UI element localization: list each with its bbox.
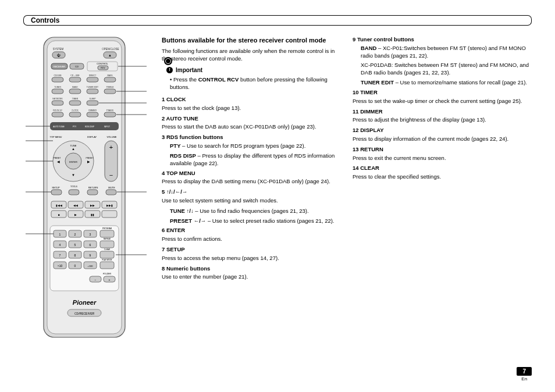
svg-text:⏻: ⏻ xyxy=(57,54,61,57)
item-9-sub2: XC-P01DAB: Switches between FM ST (stere… xyxy=(361,62,532,77)
svg-text:TOP
MENU: TOP MENU xyxy=(50,136,62,138)
item-10-body: Press to set the wake-up timer or check … xyxy=(353,98,532,105)
section-header: Controls xyxy=(23,15,532,26)
svg-text:TUNER EDIT: TUNER EDIT xyxy=(87,86,98,88)
svg-text:CLOCK: CLOCK xyxy=(72,109,79,112)
item-3-sub2: RDS DISP – Press to display the differen… xyxy=(170,152,341,168)
important-row: ! Important xyxy=(166,66,341,74)
svg-text:PLAY MODE: PLAY MODE xyxy=(102,259,112,261)
important-bullet-list: Press the CONTROL RCV button before pres… xyxy=(170,76,341,91)
svg-text:+: + xyxy=(109,278,111,281)
item-5-sub1: TUNE ↑/↓ – Use to find radio frequencies… xyxy=(170,208,341,215)
svg-text:RCV: RCV xyxy=(101,67,105,69)
svg-text:MUTE: MUTE xyxy=(108,186,115,189)
svg-text:▼: ▼ xyxy=(72,173,75,177)
svg-text:▶: ▶ xyxy=(74,213,77,216)
svg-text:5: 5 xyxy=(74,243,76,247)
svg-text:BAND: BAND xyxy=(72,86,78,88)
svg-text:−: − xyxy=(95,278,97,281)
item-5-title: 5 ↑/↓/←/→ xyxy=(162,188,341,196)
svg-text:FOLDER: FOLDER xyxy=(103,273,112,275)
svg-text:CD: CD xyxy=(75,65,79,68)
svg-text:VOLUME: VOLUME xyxy=(107,136,117,138)
important-label: Important xyxy=(176,66,202,74)
svg-text:◀: ◀ xyxy=(57,160,60,163)
page-lang: En xyxy=(517,376,532,383)
svg-rect-77 xyxy=(51,190,62,195)
svg-text:CD/RECEIVER: CD/RECEIVER xyxy=(74,312,95,315)
item-3-title: 3 RDS function buttons xyxy=(162,134,341,141)
svg-rect-24 xyxy=(104,77,116,82)
svg-text:NETWORK: NETWORK xyxy=(52,98,63,100)
svg-text:CD/USB: CD/USB xyxy=(54,74,62,77)
svg-text:2: 2 xyxy=(74,233,76,236)
svg-text:CONTROL: CONTROL xyxy=(97,62,108,65)
svg-rect-116 xyxy=(100,241,114,248)
svg-text:▮◀◀: ▮◀◀ xyxy=(56,204,62,207)
svg-text:TUNER: TUNER xyxy=(54,86,61,88)
item-5-sub2: PRESET ←/→ – Use to select preset radio … xyxy=(170,218,341,225)
svg-text:1: 1 xyxy=(59,233,61,236)
item-13-body: Press to exit the current menu screen. xyxy=(353,155,532,162)
svg-text:P.BASS: P.BASS xyxy=(106,109,114,112)
svg-text:OPEN/CLOSE: OPEN/CLOSE xyxy=(102,48,119,51)
svg-rect-78 xyxy=(69,190,79,195)
item-1-body: Press to set the clock (page 13). xyxy=(162,105,341,112)
item-12-title: 12 DISPLAY xyxy=(353,127,532,134)
item-9-sub1: BAND – XC-P01:Switches between FM ST (st… xyxy=(361,45,532,60)
svg-rect-46 xyxy=(69,112,81,117)
item-7-title: 7 SETUP xyxy=(162,246,341,254)
item-14-body: Press to clear the specified settings. xyxy=(353,173,532,181)
svg-text:DIMMER: DIMMER xyxy=(88,109,97,112)
svg-text:RETURN: RETURN xyxy=(88,186,98,189)
svg-text:SYSTEM: SYSTEM xyxy=(53,48,64,51)
svg-text:+: + xyxy=(109,144,113,151)
svg-text:PTY: PTY xyxy=(73,126,77,128)
svg-rect-39 xyxy=(87,101,98,105)
item-8-body: Use to enter the number (page 21). xyxy=(162,273,341,281)
svg-text:▶: ▶ xyxy=(87,160,90,163)
svg-text:−: − xyxy=(109,172,113,179)
svg-text:3: 3 xyxy=(90,233,91,236)
svg-rect-38 xyxy=(69,101,81,105)
item-11-title: 11 DIMMER xyxy=(353,108,532,116)
svg-text:INPUT: INPUT xyxy=(104,126,110,128)
intro-paragraph: The following functions are available on… xyxy=(162,48,341,63)
svg-text:▮▮: ▮▮ xyxy=(91,213,94,216)
item-10-title: 10 TIMER xyxy=(353,89,532,97)
svg-rect-22 xyxy=(69,77,81,82)
svg-text:>10: >10 xyxy=(58,264,63,268)
svg-text:AUTO TUNE: AUTO TUNE xyxy=(53,126,65,128)
item-1-title: 1 CLOCK xyxy=(162,96,341,104)
svg-text:RDS DISP: RDS DISP xyxy=(85,126,95,128)
svg-text:CD→USB: CD→USB xyxy=(70,74,80,77)
svg-text:TREBLE: TREBLE xyxy=(106,86,114,88)
svg-text:PROGRAM: PROGRAM xyxy=(102,227,112,230)
svg-text:PRESET: PRESET xyxy=(54,157,61,159)
svg-rect-23 xyxy=(87,77,98,82)
svg-text:0: 0 xyxy=(74,264,76,268)
page-number: 7 En xyxy=(517,367,532,383)
svg-text:DIG IN 1/2: DIG IN 1/2 xyxy=(53,109,62,112)
svg-text:Pioneer: Pioneer xyxy=(73,299,97,306)
item-13-title: 13 RETURN xyxy=(353,146,532,154)
svg-text:6: 6 xyxy=(90,243,91,247)
item-11-body: Press to adjust the brightness of the di… xyxy=(353,116,532,124)
svg-text:SLEEP: SLEEP xyxy=(90,98,97,100)
svg-text:PRESET: PRESET xyxy=(86,157,94,159)
svg-text:BASS: BASS xyxy=(107,74,113,77)
item-6-body: Press to confirm actions. xyxy=(162,236,341,243)
svg-text:▲: ▲ xyxy=(108,54,112,57)
svg-text:▶▶▮: ▶▶▮ xyxy=(106,204,113,207)
svg-text:TOOLS: TOOLS xyxy=(70,186,77,188)
text-column-1: Buttons available for the stereo receive… xyxy=(162,36,341,341)
svg-rect-48 xyxy=(104,112,116,117)
svg-text:TIMER: TIMER xyxy=(72,98,79,100)
svg-rect-29 xyxy=(52,89,63,94)
item-12-body: Press to display information of the curr… xyxy=(353,136,532,143)
svg-text:8: 8 xyxy=(74,254,76,257)
svg-text:ENTER: ENTER xyxy=(69,161,77,163)
item-8-title: 8 Numeric buttons xyxy=(162,265,341,273)
important-bullet: Press the CONTROL RCV button before pres… xyxy=(170,76,341,91)
item-2-body: Press to start the DAB auto scan (XC-P01… xyxy=(162,123,341,131)
